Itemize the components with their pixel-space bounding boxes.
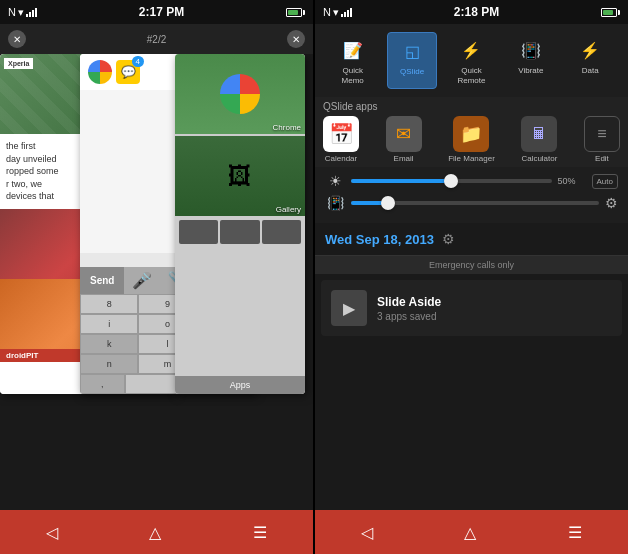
notification-title: Slide Aside — [377, 295, 612, 309]
status-icons-right: N ▾ — [323, 6, 352, 19]
close-all-button[interactable]: ✕ — [8, 30, 26, 48]
quick-remote-icon: ⚡ — [457, 36, 485, 64]
quick-settings-row: 📝 QuickMemo ◱ QSlide ⚡ QuickRemote 📳 Vib… — [315, 28, 628, 93]
close-task-button[interactable]: ✕ — [287, 30, 305, 48]
date-row: Wed Sep 18, 2013 ⚙ — [315, 223, 628, 256]
wifi-icon-right: ▾ — [333, 6, 339, 19]
quick-remote-label: QuickRemote — [457, 66, 485, 85]
calculator-app-label: Calculator — [521, 154, 557, 163]
menu-button-left[interactable]: ☰ — [237, 515, 283, 550]
qslide-icon: ◱ — [398, 37, 426, 65]
qs-quick-memo[interactable]: 📝 QuickMemo — [328, 32, 378, 89]
battery-icon-right — [601, 8, 620, 17]
qs-data[interactable]: ⚡ Data — [565, 32, 615, 89]
key-space-left[interactable]: , — [80, 374, 125, 394]
quick-memo-label: QuickMemo — [342, 66, 364, 85]
quick-memo-icon: 📝 — [339, 36, 367, 64]
status-time-left: 2:17 PM — [139, 5, 184, 19]
data-label: Data — [582, 66, 599, 76]
app-grid-2 — [220, 220, 259, 244]
task-count: #2/2 — [147, 34, 166, 45]
back-button-left[interactable]: ◁ — [30, 515, 74, 550]
volume-track[interactable] — [351, 201, 599, 205]
qslide-app-email[interactable]: ✉ Email — [386, 116, 422, 163]
qs-quick-remote[interactable]: ⚡ QuickRemote — [446, 32, 496, 89]
send-button[interactable]: Send — [80, 267, 124, 294]
app-grid-1 — [179, 220, 218, 244]
tasks-container: Xperia the first day unveiled ropped som… — [0, 54, 313, 510]
apps-footer-label[interactable]: Apps — [175, 376, 305, 394]
qslide-label: QSlide — [400, 67, 424, 77]
notification-area: Wed Sep 18, 2013 ⚙ Emergency calls only … — [315, 223, 628, 510]
status-bar-left: N ▾ 2:17 PM — [0, 0, 313, 24]
chrome-big-icon — [220, 74, 260, 114]
vibrate-icon: 📳 — [517, 36, 545, 64]
brightness-fill — [351, 179, 451, 183]
apps-grid — [175, 216, 305, 248]
wifi-icon: ▾ — [18, 6, 24, 19]
menu-button-right[interactable]: ☰ — [552, 515, 598, 550]
key-8[interactable]: 8 — [80, 294, 138, 314]
emergency-banner: Emergency calls only — [315, 256, 628, 274]
email-app-label: Email — [394, 154, 414, 163]
chrome-label: Chrome — [273, 123, 301, 132]
sliders-section: ☀ 50% Auto 📳 ⚙ — [315, 167, 628, 223]
qs-vibrate[interactable]: 📳 Vibrate — [506, 32, 556, 89]
app-grid-3 — [262, 220, 301, 244]
gallery-label: Gallery — [276, 205, 301, 214]
msg-badge: 4 — [132, 56, 144, 67]
nfc-icon-right: N — [323, 6, 331, 18]
signal-icon-right — [341, 8, 352, 17]
vibrate-label: Vibrate — [518, 66, 543, 76]
signal-icon — [26, 8, 37, 17]
home-button-left[interactable]: △ — [133, 515, 177, 550]
data-icon: ⚡ — [576, 36, 604, 64]
file-manager-app-icon: 📁 — [453, 116, 489, 152]
chrome-icon — [88, 60, 112, 84]
bottom-nav-left: ◁ △ ☰ — [0, 510, 313, 554]
notification-subtitle: 3 apps saved — [377, 311, 612, 322]
brightness-row: ☀ 50% Auto — [325, 173, 618, 189]
qslide-app-calculator[interactable]: 🖩 Calculator — [521, 116, 557, 163]
gallery-thumbnail: 🖼 Gallery — [175, 136, 305, 216]
chrome-thumbnail: Chrome — [175, 54, 305, 134]
volume-icon: 📳 — [325, 195, 345, 211]
mic-button[interactable]: 🎤 — [124, 267, 160, 294]
date-gear-button[interactable]: ⚙ — [442, 231, 455, 247]
date-text: Wed Sep 18, 2013 — [325, 232, 434, 247]
apps-task-card[interactable]: Chrome 🖼 Gallery Apps — [175, 54, 305, 394]
volume-gear-button[interactable]: ⚙ — [605, 195, 618, 211]
brightness-track[interactable] — [351, 179, 552, 183]
notification-icon: ▶ — [331, 290, 367, 326]
key-k[interactable]: k — [80, 334, 138, 354]
key-i[interactable]: i — [80, 314, 138, 334]
key-n[interactable]: n — [80, 354, 138, 374]
status-icons-left: N ▾ — [8, 6, 37, 19]
calendar-app-label: Calendar — [325, 154, 357, 163]
battery-group-right — [601, 8, 620, 17]
qslide-section-title: QSlide apps — [323, 101, 620, 112]
edit-app-label: Edit — [595, 154, 609, 163]
msg-icon: 💬 4 — [116, 60, 140, 84]
calendar-app-icon: 📅 — [323, 116, 359, 152]
brightness-thumb[interactable] — [444, 174, 458, 188]
edit-app-icon: ≡ — [584, 116, 620, 152]
right-panel: N ▾ 2:18 PM 📝 QuickMemo — [315, 0, 628, 554]
qslide-app-file-manager[interactable]: 📁 File Manager — [448, 116, 495, 163]
volume-thumb[interactable] — [381, 196, 395, 210]
home-button-right[interactable]: △ — [448, 515, 492, 550]
back-button-right[interactable]: ◁ — [345, 515, 389, 550]
auto-button[interactable]: Auto — [592, 174, 618, 189]
nfc-icon: N — [8, 6, 16, 18]
brightness-icon: ☀ — [325, 173, 345, 189]
email-app-icon: ✉ — [386, 116, 422, 152]
brightness-value: 50% — [558, 176, 586, 186]
status-bar-right: N ▾ 2:18 PM — [315, 0, 628, 24]
qslide-app-calendar[interactable]: 📅 Calendar — [323, 116, 359, 163]
qslide-app-edit[interactable]: ≡ Edit — [584, 116, 620, 163]
qslide-apps-section: QSlide apps 📅 Calendar ✉ Email 📁 File Ma… — [315, 97, 628, 167]
file-manager-app-label: File Manager — [448, 154, 495, 163]
qs-qslide[interactable]: ◱ QSlide — [387, 32, 437, 89]
bottom-nav-right: ◁ △ ☰ — [315, 510, 628, 554]
slide-aside-notification[interactable]: ▶ Slide Aside 3 apps saved — [321, 280, 622, 336]
